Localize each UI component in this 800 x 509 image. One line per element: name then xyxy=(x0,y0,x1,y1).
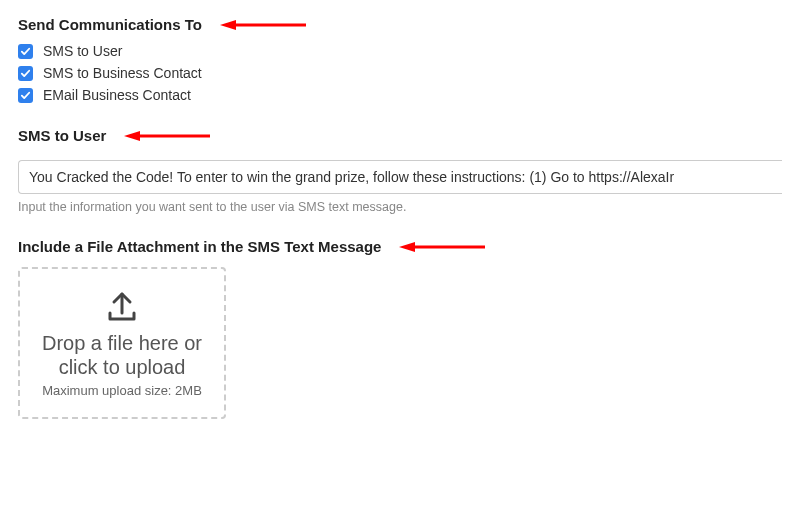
annotation-arrow-icon xyxy=(399,241,485,253)
dropzone-text: Drop a file here or click to upload xyxy=(34,331,210,379)
heading-text: Include a File Attachment in the SMS Tex… xyxy=(18,238,381,255)
send-communications-heading: Send Communications To xyxy=(18,16,782,33)
heading-text: SMS to User xyxy=(18,127,106,144)
svg-marker-5 xyxy=(399,242,415,252)
checkbox-icon[interactable] xyxy=(18,88,33,103)
checkbox-label: EMail Business Contact xyxy=(43,87,191,103)
dropzone-subtext: Maximum upload size: 2MB xyxy=(34,383,210,399)
checkbox-icon[interactable] xyxy=(18,66,33,81)
sms-user-help-text: Input the information you want sent to t… xyxy=(18,200,782,214)
annotation-arrow-icon xyxy=(220,19,306,31)
file-dropzone[interactable]: Drop a file here or click to upload Maxi… xyxy=(18,267,226,419)
svg-marker-1 xyxy=(220,20,236,30)
heading-text: Send Communications To xyxy=(18,16,202,33)
checkbox-sms-to-business[interactable]: SMS to Business Contact xyxy=(18,65,782,81)
svg-marker-3 xyxy=(124,131,140,141)
sms-user-input[interactable] xyxy=(18,160,782,194)
file-attachment-heading: Include a File Attachment in the SMS Tex… xyxy=(18,238,782,255)
checkbox-label: SMS to User xyxy=(43,43,122,59)
annotation-arrow-icon xyxy=(124,130,210,142)
upload-icon xyxy=(102,287,142,327)
checkbox-sms-to-user[interactable]: SMS to User xyxy=(18,43,782,59)
sms-to-user-heading: SMS to User xyxy=(18,127,782,144)
checkbox-email-business[interactable]: EMail Business Contact xyxy=(18,87,782,103)
checkbox-icon[interactable] xyxy=(18,44,33,59)
checkbox-label: SMS to Business Contact xyxy=(43,65,202,81)
